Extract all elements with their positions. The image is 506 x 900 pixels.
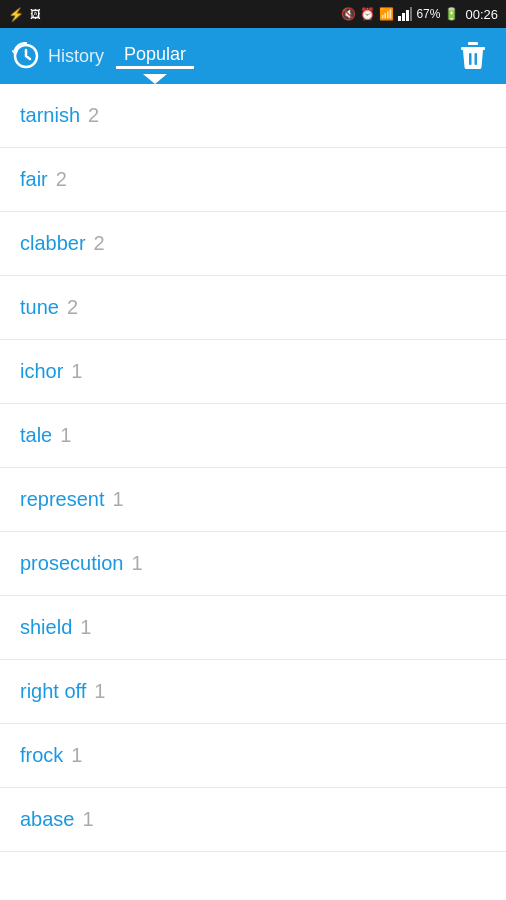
- word-count: 1: [94, 680, 105, 703]
- list-item[interactable]: ichor 1: [0, 340, 506, 404]
- list-item[interactable]: tale 1: [0, 404, 506, 468]
- nav-left: History Popular: [12, 42, 194, 70]
- history-icon: [12, 42, 40, 70]
- word-list: tarnish 2 fair 2 clabber 2 tune 2 ichor …: [0, 84, 506, 852]
- battery-percent: 67%: [416, 7, 440, 21]
- popular-label: Popular: [116, 44, 194, 64]
- word-text: tale: [20, 424, 52, 447]
- svg-rect-2: [406, 10, 409, 21]
- word-count: 1: [80, 616, 91, 639]
- word-text: tarnish: [20, 104, 80, 127]
- word-count: 1: [83, 808, 94, 831]
- word-count: 1: [113, 488, 124, 511]
- status-right-icons: 🔇 ⏰ 📶 67% 🔋 00:26: [341, 7, 498, 22]
- alarm-icon: ⏰: [360, 7, 375, 21]
- svg-rect-8: [469, 53, 472, 65]
- trash-button[interactable]: [452, 33, 494, 80]
- list-item[interactable]: tune 2: [0, 276, 506, 340]
- wifi-icon: 📶: [379, 7, 394, 21]
- status-time: 00:26: [465, 7, 498, 22]
- status-bar: ⚡ 🖼 🔇 ⏰ 📶 67% 🔋 00:26: [0, 0, 506, 28]
- nav-bar: History Popular: [0, 28, 506, 84]
- list-item[interactable]: abase 1: [0, 788, 506, 852]
- nav-right: [452, 33, 494, 80]
- svg-rect-0: [398, 16, 401, 21]
- list-item[interactable]: fair 2: [0, 148, 506, 212]
- word-text: fair: [20, 168, 48, 191]
- word-text: prosecution: [20, 552, 123, 575]
- word-text: shield: [20, 616, 72, 639]
- word-count: 1: [71, 360, 82, 383]
- list-item[interactable]: clabber 2: [0, 212, 506, 276]
- popular-tab[interactable]: Popular: [116, 44, 194, 69]
- battery-icon: 🔋: [444, 7, 459, 21]
- word-text: clabber: [20, 232, 86, 255]
- mute-icon: 🔇: [341, 7, 356, 21]
- word-count: 1: [60, 424, 71, 447]
- list-item[interactable]: prosecution 1: [0, 532, 506, 596]
- svg-rect-1: [402, 13, 405, 21]
- active-tab-underline: [116, 66, 194, 69]
- word-count: 1: [131, 552, 142, 575]
- status-left-icons: ⚡ 🖼: [8, 7, 41, 22]
- list-item[interactable]: tarnish 2: [0, 84, 506, 148]
- svg-rect-9: [475, 53, 478, 65]
- word-text: frock: [20, 744, 63, 767]
- word-text: abase: [20, 808, 75, 831]
- svg-rect-3: [410, 7, 412, 21]
- list-item[interactable]: right off 1: [0, 660, 506, 724]
- word-count: 2: [67, 296, 78, 319]
- word-text: tune: [20, 296, 59, 319]
- svg-rect-6: [461, 47, 485, 50]
- word-count: 2: [94, 232, 105, 255]
- word-text: right off: [20, 680, 86, 703]
- signal-icon: [398, 7, 412, 21]
- word-text: represent: [20, 488, 105, 511]
- history-tab[interactable]: History: [12, 42, 116, 70]
- image-icon: 🖼: [30, 8, 41, 20]
- list-item[interactable]: represent 1: [0, 468, 506, 532]
- word-text: ichor: [20, 360, 63, 383]
- usb-icon: ⚡: [8, 7, 24, 22]
- word-count: 1: [71, 744, 82, 767]
- word-count: 2: [88, 104, 99, 127]
- history-label: History: [48, 46, 104, 67]
- svg-rect-7: [468, 42, 478, 45]
- word-count: 2: [56, 168, 67, 191]
- list-item[interactable]: shield 1: [0, 596, 506, 660]
- list-item[interactable]: frock 1: [0, 724, 506, 788]
- trash-icon: [460, 41, 486, 69]
